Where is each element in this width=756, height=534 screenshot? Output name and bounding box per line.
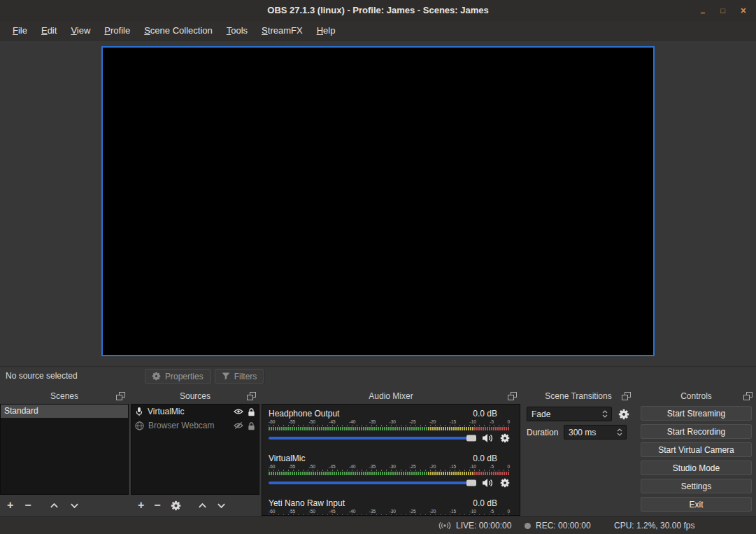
- transition-select[interactable]: Fade: [527, 407, 612, 421]
- minimize-button[interactable]: –: [700, 8, 705, 17]
- globe-icon: [135, 421, 144, 430]
- menu-view[interactable]: View: [64, 22, 97, 38]
- scenes-dock: Scenes Standard + −: [0, 389, 129, 516]
- lock-icon[interactable]: [248, 421, 255, 430]
- move-scene-up-button[interactable]: [50, 503, 59, 509]
- scale-tick: -30: [390, 464, 396, 470]
- move-scene-down-button[interactable]: [70, 503, 79, 509]
- dock-popout-icon[interactable]: [743, 392, 753, 400]
- scenes-dock-title: Scenes: [0, 389, 129, 403]
- spin-down-icon[interactable]: [617, 433, 622, 436]
- volume-slider-handle[interactable]: [466, 435, 476, 442]
- docks-area: Scenes Standard + − Sources Vi: [0, 389, 756, 516]
- scenes-list[interactable]: Standard: [0, 404, 129, 495]
- sources-list[interactable]: VirtualMic Browser Webcam: [131, 404, 259, 495]
- volume-slider-handle[interactable]: [466, 480, 476, 486]
- speaker-icon[interactable]: [482, 478, 494, 488]
- scale-tick: -55: [289, 509, 295, 514]
- start-virtual-camera-button[interactable]: Start Virtual Camera: [641, 442, 752, 457]
- mixer-gear-icon[interactable]: [500, 433, 510, 443]
- audio-mixer-body: Headphone Output 0.0 dB -60-55-50-45-40-…: [262, 404, 520, 516]
- start-streaming-button[interactable]: Start Streaming: [641, 406, 752, 421]
- settings-button[interactable]: Settings: [641, 479, 752, 493]
- lock-icon[interactable]: [248, 407, 255, 416]
- menu-profile[interactable]: Profile: [97, 22, 137, 38]
- duration-value: 300 ms: [564, 428, 614, 437]
- mixer-db-scale: -60-55-50-45-40-35-30-25-20-15-10-50: [269, 419, 510, 425]
- source-properties-gear-icon[interactable]: [171, 500, 181, 511]
- performance-stats: CPU: 1.2%, 30.00 fps: [614, 517, 694, 534]
- speaker-icon[interactable]: [482, 433, 494, 443]
- window-title: OBS 27.1.3 (linux) - Profile: James - Sc…: [0, 0, 756, 21]
- titlebar[interactable]: OBS 27.1.3 (linux) - Profile: James - Sc…: [0, 0, 756, 21]
- scale-tick: -30: [390, 509, 396, 514]
- scenes-toolbar: + −: [0, 495, 129, 516]
- volume-slider[interactable]: [269, 482, 476, 484]
- properties-button[interactable]: Properties: [145, 369, 211, 384]
- remove-scene-button[interactable]: −: [24, 500, 31, 511]
- scale-tick: -40: [349, 419, 355, 425]
- spin-down-icon[interactable]: [602, 414, 608, 418]
- dock-popout-icon[interactable]: [508, 392, 517, 400]
- maximize-button[interactable]: □: [720, 7, 725, 15]
- scene-item[interactable]: Standard: [1, 405, 128, 418]
- filters-button[interactable]: Filters: [215, 369, 264, 384]
- mixer-channel: Headphone Output 0.0 dB -60-55-50-45-40-…: [269, 408, 510, 444]
- add-scene-button[interactable]: +: [7, 500, 13, 511]
- scale-tick: -20: [429, 509, 436, 514]
- mixer-gear-icon[interactable]: [500, 478, 510, 488]
- menu-file[interactable]: File: [6, 22, 34, 38]
- exit-button[interactable]: Exit: [641, 497, 752, 512]
- menu-bar: File Edit View Profile Scene Collection …: [0, 21, 756, 41]
- filters-label: Filters: [234, 372, 257, 381]
- scale-tick: -45: [329, 464, 335, 470]
- scale-tick: -60: [269, 464, 275, 470]
- filters-icon: [222, 372, 230, 380]
- move-source-down-button[interactable]: [217, 503, 226, 509]
- remove-source-button[interactable]: −: [154, 500, 160, 511]
- mixer-channel-name: Headphone Output: [269, 409, 339, 419]
- scale-tick: -40: [349, 464, 355, 470]
- visibility-eye-icon[interactable]: [234, 408, 243, 415]
- menu-edit[interactable]: Edit: [34, 22, 64, 38]
- menu-streamfx[interactable]: StreamFX: [255, 22, 310, 38]
- menu-scene-collection[interactable]: Scene Collection: [137, 22, 220, 38]
- mixer-db-scale: -60-55-50-45-40-35-30-25-20-15-10-50: [269, 464, 510, 470]
- scale-tick: -5: [490, 464, 494, 470]
- volume-meter: [269, 427, 510, 430]
- menu-tools[interactable]: Tools: [220, 22, 255, 38]
- scale-tick: -30: [390, 419, 396, 425]
- transition-value: Fade: [527, 409, 599, 419]
- close-button[interactable]: ×: [741, 6, 746, 15]
- move-source-up-button[interactable]: [198, 503, 207, 509]
- scale-tick: 0: [507, 464, 510, 470]
- dock-popout-icon[interactable]: [622, 392, 631, 400]
- scale-tick: -5: [490, 509, 494, 514]
- duration-input[interactable]: 300 ms: [564, 425, 627, 440]
- source-row[interactable]: VirtualMic: [131, 405, 259, 419]
- visibility-eye-slash-icon[interactable]: [234, 422, 243, 429]
- live-time: LIVE: 00:00:00: [456, 521, 511, 531]
- spin-up-icon[interactable]: [617, 428, 622, 432]
- scale-tick: -40: [349, 509, 355, 514]
- rec-time: REC: 00:00:00: [536, 521, 591, 531]
- scale-tick: -45: [329, 509, 335, 514]
- transition-gear-icon[interactable]: [618, 409, 629, 420]
- source-row[interactable]: Browser Webcam: [131, 419, 259, 433]
- dock-popout-icon[interactable]: [116, 392, 125, 400]
- mixer-channel-level: 0.0 dB: [473, 409, 497, 419]
- spin-up-icon[interactable]: [602, 410, 608, 414]
- scale-tick: -55: [289, 419, 295, 425]
- mixer-channel-level: 0.0 dB: [473, 454, 497, 463]
- studio-mode-button[interactable]: Studio Mode: [641, 461, 752, 475]
- volume-slider[interactable]: [269, 437, 476, 440]
- live-broadcast-icon: [438, 521, 452, 531]
- window-controls: – □ ×: [700, 0, 746, 21]
- start-recording-button[interactable]: Start Recording: [641, 424, 752, 439]
- sources-dock: Sources VirtualMic Browser Webcam: [131, 389, 259, 516]
- scale-tick: -15: [450, 509, 456, 514]
- add-source-button[interactable]: +: [138, 500, 144, 511]
- dock-popout-icon[interactable]: [247, 392, 256, 400]
- menu-help[interactable]: Help: [310, 22, 343, 38]
- preview-canvas[interactable]: [101, 46, 655, 356]
